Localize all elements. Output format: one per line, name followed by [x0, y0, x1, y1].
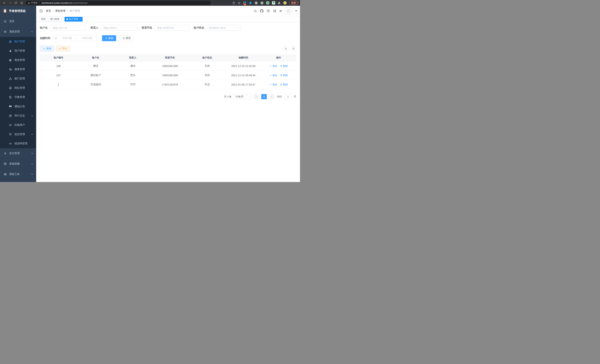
sidebar-item-tenant-mgmt[interactable]: 租户管理 — [0, 37, 36, 46]
sidebar-item-audit-log[interactable]: 审计日志 — [0, 111, 36, 121]
chevron-up-icon — [31, 31, 33, 33]
sidebar-item-system[interactable]: 系统管理 — [0, 27, 36, 37]
close-icon[interactable]: × — [60, 18, 62, 20]
sidebar-item-role-mgmt[interactable]: 角色管理 — [0, 56, 36, 65]
extension-recorder-icon[interactable] — [260, 1, 264, 5]
prev-page-button[interactable] — [254, 94, 259, 99]
home-icon[interactable] — [20, 1, 23, 4]
tab-home[interactable]: 首页 — [39, 17, 47, 21]
sidebar-item-devtools[interactable]: 研发工具 — [0, 169, 36, 179]
sidebar-item-post-mgmt[interactable]: 岗位管理 — [0, 83, 36, 93]
sidebar-item-payment[interactable]: 支付管理 — [0, 148, 36, 159]
delete-link[interactable]: 删除 — [280, 64, 288, 68]
phone-input[interactable] — [155, 25, 189, 31]
page-unit-label: 页 — [294, 95, 296, 98]
browser-chrome: 不安全 dashboard.yudao.iocoder.cn/system/te… — [0, 0, 300, 6]
help-icon[interactable] — [267, 9, 270, 13]
refresh-table-button[interactable] — [291, 46, 296, 52]
sidebar: 芋道管理系统 首页 系统管理 租户管理 用户管理 — [0, 6, 36, 182]
contact-label: 联系人 — [91, 26, 98, 29]
tab-tenant-mgmt[interactable]: 租户管理 × — [65, 17, 82, 21]
sidebar-item-notice[interactable]: 通知公告 — [0, 102, 36, 111]
filter-row-1: 租户名 联系人 联系手机 租户状态 — [40, 25, 296, 31]
security-label: 不安全 — [31, 1, 38, 4]
create-time-range-picker[interactable]: 开始日期 - 结束日期 — [53, 35, 97, 41]
close-icon[interactable]: × — [79, 18, 81, 20]
back-icon[interactable] — [3, 1, 6, 4]
extension-chat-icon[interactable] — [272, 1, 275, 5]
extension-grid-icon[interactable]: 10 — [243, 1, 246, 5]
delete-link[interactable]: 删除 — [280, 83, 288, 86]
goto-page-input[interactable] — [284, 94, 292, 99]
delete-link[interactable]: 删除 — [280, 74, 288, 77]
edit-link[interactable]: 修改 — [269, 83, 277, 86]
search-icon[interactable] — [254, 9, 257, 13]
users-icon — [9, 40, 12, 43]
user-avatar[interactable] — [285, 7, 292, 14]
profile-avatar-icon[interactable] — [283, 1, 287, 5]
trash-icon — [280, 83, 282, 86]
extension-pin-icon[interactable] — [249, 1, 252, 5]
next-page-button[interactable] — [269, 94, 274, 99]
sidebar-item-dict-mgmt[interactable]: 字典管理 — [0, 93, 36, 102]
sidebar-collapse-icon[interactable] — [39, 9, 43, 13]
sidebar-item-menu-mgmt[interactable]: 菜单管理 — [0, 65, 36, 74]
contact-input[interactable] — [101, 25, 137, 31]
avatar-dropdown-caret-icon[interactable] — [295, 10, 297, 11]
sidebar-item-user-mgmt[interactable]: 用户管理 — [0, 46, 36, 56]
table-toolbar: 新增 导出 — [40, 46, 296, 52]
sidebar-item-dept-mgmt[interactable]: 部门管理 — [0, 74, 36, 83]
font-size-icon[interactable]: tT — [280, 9, 282, 13]
status-value: 关闭 — [189, 61, 226, 71]
edit-link[interactable]: 修改 — [269, 74, 277, 77]
add-button[interactable]: 新增 — [40, 46, 54, 52]
users-icon — [9, 59, 12, 62]
edit-link[interactable]: 修改 — [269, 64, 277, 68]
fullscreen-icon[interactable] — [273, 9, 276, 13]
divider — [39, 2, 40, 4]
page-number-1[interactable]: 1 — [261, 94, 267, 99]
address-bar[interactable]: 不安全 dashboard.yudao.iocoder.cn/system/te… — [26, 1, 211, 5]
search-button[interactable]: 搜索 — [102, 35, 116, 41]
breadcrumb-home[interactable]: 首页 — [46, 9, 51, 13]
refresh-icon — [122, 37, 125, 39]
menu-tree-icon — [9, 68, 12, 71]
active-dot-icon — [66, 18, 68, 20]
security-chip[interactable]: 不安全 — [28, 1, 38, 4]
plus-icon — [43, 47, 45, 50]
sidebar-item-online-users[interactable]: 在线用户 — [0, 121, 36, 130]
sidebar-item-errorcode-mgmt[interactable]: 错误码管理 — [0, 139, 36, 148]
pagination: 共 3 条 10条/页 1 前往 页 — [40, 94, 296, 99]
status-label: 租户状态 — [194, 26, 204, 29]
reset-button[interactable]: 重置 — [120, 35, 134, 41]
sidebar-item-sms-mgmt[interactable]: 短信管理 — [0, 130, 36, 139]
sidebar-item-infra[interactable]: 基础设施 — [0, 159, 36, 169]
sidebar-item-home[interactable]: 首页 — [0, 16, 36, 27]
extension-command-icon[interactable]: ⌘ — [254, 1, 258, 5]
extension-y-icon[interactable]: Y — [266, 1, 269, 5]
table-row: 107 测试租户 秃头 15601691300 关闭 2021-12-14 20… — [40, 71, 296, 80]
page-size-select[interactable]: 10条/页 — [233, 94, 252, 99]
share-icon[interactable] — [232, 1, 235, 4]
export-button[interactable]: 导出 — [56, 46, 70, 52]
logo-rabbit-icon — [3, 9, 7, 13]
extensions-puzzle-icon[interactable] — [278, 1, 281, 5]
breadcrumb-system[interactable]: 系统管理 — [55, 9, 66, 13]
col-created: 创建时间 — [226, 54, 261, 61]
tab-dept-mgmt[interactable]: 部门管理 × — [48, 17, 64, 21]
create-time-label: 创建时间 — [40, 37, 50, 40]
yen-icon — [4, 152, 7, 155]
bookmark-star-icon[interactable] — [238, 1, 241, 4]
browser-menu-icon[interactable] — [297, 2, 297, 4]
toggle-search-button[interactable] — [283, 46, 289, 52]
reload-icon[interactable] — [14, 1, 17, 4]
broken-image-icon — [286, 9, 291, 13]
github-icon[interactable] — [260, 9, 263, 13]
status-select[interactable] — [206, 25, 241, 31]
tenant-name-input[interactable] — [50, 25, 86, 31]
forward-icon[interactable] — [9, 1, 11, 4]
chevron-down-icon — [31, 133, 33, 135]
pagination-total: 共 3 条 — [224, 95, 232, 98]
chrome-update-button[interactable]: 更新 — [289, 1, 299, 5]
online-icon — [9, 123, 12, 127]
